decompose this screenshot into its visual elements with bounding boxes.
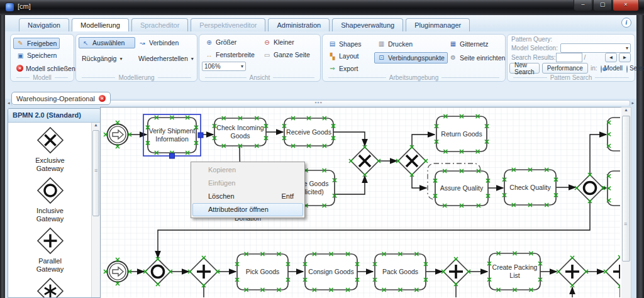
task-check-incoming[interactable]: Check IncomingGoods <box>214 118 266 146</box>
task-verify-shipment[interactable]: Verify ShipmentInformation <box>148 118 196 153</box>
o-gateway-icon <box>36 177 64 204</box>
info-icon[interactable]: i <box>621 18 631 28</box>
svg-text:Pack Goods: Pack Goods <box>382 268 418 275</box>
rueckgaengig-button[interactable]: Rückgängig▾ <box>79 53 135 64</box>
radio-modell[interactable] <box>601 65 602 73</box>
tab-shapeverwaltung[interactable]: Shapeverwaltung <box>332 18 403 31</box>
menu-item-attributeditor-oeffnen[interactable]: Attributeditor öffnen <box>192 203 303 216</box>
next-result-button[interactable]: ► <box>619 53 631 62</box>
group-label-ansicht: Ansicht <box>202 74 318 81</box>
radio-selection[interactable] <box>626 65 628 73</box>
gitternetz-button[interactable]: ▦Gitternetz <box>446 38 492 50</box>
palette-header: BPMN 2.0 (Standard) <box>8 109 100 123</box>
palette-scrollbar[interactable]: ▲ <box>91 123 100 297</box>
radio-modell-label: Modell <box>604 65 622 72</box>
canvas-vertical-scrollbar[interactable]: ▲ <box>621 107 631 298</box>
palette-item-label: Inclusive Gateway <box>8 207 92 223</box>
slash-label: / <box>584 54 586 61</box>
task-pick-goods[interactable]: Pick Goods <box>237 254 288 290</box>
layout-icon: ▚ <box>328 53 336 60</box>
ganze-seite-button[interactable]: ▭Ganze Seite <box>260 49 318 60</box>
menu-item-einfuegen[interactable]: Einfügen <box>192 177 303 190</box>
menu-item-loeschen[interactable]: LöschenEntf <box>192 190 303 203</box>
selection-handle[interactable] <box>198 133 203 138</box>
performance-button[interactable]: Performance <box>542 63 588 74</box>
start-event-top[interactable] <box>108 124 128 145</box>
freigeben-button[interactable]: ✎Freigeben <box>13 38 60 49</box>
palette-item-x[interactable]: Exclusive Gateway <box>8 123 92 173</box>
tab-pluginmanager[interactable]: Pluginmanager <box>406 18 470 31</box>
maximize-button[interactable]: ▢ <box>593 0 612 11</box>
tab-modellierung[interactable]: Modellierung <box>72 18 129 32</box>
task-consign-goods[interactable]: Consign Goods <box>305 254 357 290</box>
prev-result-button[interactable]: ◄ <box>605 53 617 62</box>
task-pack-goods[interactable]: Pack Goods <box>375 254 426 290</box>
tab-navigation[interactable]: Navigation <box>19 18 69 31</box>
ribbon-tab-strip: Navigation Modellierung Spracheditor Per… <box>5 15 636 32</box>
scroll-up-icon[interactable]: ▲ <box>621 108 631 114</box>
tab-administration[interactable]: Administration <box>268 18 330 31</box>
title-bar[interactable]: [cm] – ▢ × <box>0 0 644 15</box>
svg-text:Return Goods: Return Goods <box>441 130 482 138</box>
zoom-out-icon: ⊖ <box>263 39 271 46</box>
menu-shortcut: Entf <box>281 190 294 202</box>
shapes-button[interactable]: ▤Shapes <box>325 38 365 50</box>
group-label-modellierung: Modellierung <box>79 74 194 81</box>
selection-handle[interactable] <box>170 153 175 158</box>
close-model-icon: × <box>16 65 23 72</box>
task-assure-quality[interactable]: Assure Quality <box>435 171 488 206</box>
fensterbreite-button[interactable]: ↔Fensterbreite <box>202 49 260 60</box>
auswaehlen-button[interactable]: ↖Auswählen <box>79 37 135 48</box>
shape-palette: BPMN 2.0 (Standard) Exclusive GatewayInc… <box>8 108 101 298</box>
start-event-bottom[interactable] <box>108 262 128 282</box>
grid-icon: ▦ <box>449 40 457 47</box>
model-selection-combo[interactable]: ▾ <box>560 43 631 53</box>
pattern-query-label: Pattern Query: <box>511 36 552 43</box>
bpmn-canvas[interactable]: Verify ShipmentInformationCheck Incoming… <box>100 107 622 298</box>
drucken-button[interactable]: ▥Drucken <box>374 38 416 50</box>
palette-item-o[interactable]: Inclusive Gateway <box>8 173 92 223</box>
groesser-button[interactable]: ⊕Größer <box>202 36 260 48</box>
tab-spracheditor[interactable]: Spracheditor <box>131 18 188 31</box>
ribbon: ✎Freigeben ▣Speichern ×Modell schließen … <box>5 31 636 99</box>
scroll-up-icon[interactable]: ▲ <box>92 123 100 129</box>
document-tab-row: Warehousing-Operational × <box>5 91 636 106</box>
group-modell: ✎Freigeben ▣Speichern ×Modell schließen … <box>10 34 74 82</box>
document-close-icon[interactable]: × <box>99 95 106 102</box>
verbindungspunkte-button[interactable]: ⊡Verbindungspunkte <box>374 52 448 63</box>
radio-selection-label: Selection <box>630 65 644 72</box>
connector-icon: ↝ <box>138 40 147 47</box>
printer-icon: ▥ <box>377 40 386 47</box>
minimize-button[interactable]: – <box>574 0 592 11</box>
canvas-scroll-thumb[interactable] <box>622 116 630 262</box>
svg-text:Assure Quality: Assure Quality <box>440 184 484 192</box>
app-icon <box>6 3 14 11</box>
task-receive-goods[interactable]: Receive Goods <box>284 118 333 146</box>
layout-button[interactable]: ▚Layout <box>325 50 362 62</box>
wiederherstellen-button[interactable]: Wiederherstellen▾ <box>135 53 196 64</box>
search-results-input[interactable] <box>556 53 582 62</box>
task-return-goods[interactable]: Return Goods <box>436 116 487 152</box>
palette-item-label: Parallel Gateway <box>8 257 92 273</box>
tab-perspektiveneditor[interactable]: Perspektiveneditor <box>191 18 265 31</box>
kleiner-button[interactable]: ⊖Kleiner <box>260 36 318 48</box>
seite-einrichten-button[interactable]: ⚙Seite einrichten <box>446 52 508 63</box>
modell-schliessen-button[interactable]: ×Modell schließen <box>13 63 79 74</box>
speichern-button[interactable]: ▣Speichern <box>13 50 60 61</box>
menu-item-kopieren[interactable]: Kopieren <box>192 163 303 177</box>
palette-item-plus[interactable]: Parallel Gateway <box>8 223 92 273</box>
verbinden-button[interactable]: ↝Verbinden <box>135 37 196 48</box>
palette-item-star[interactable]: Complex Gateway <box>8 273 92 298</box>
task-create-packing-list[interactable]: Create PackingList <box>489 253 540 290</box>
export-button[interactable]: ⇒Export <box>325 63 361 74</box>
zoom-level-combo[interactable]: 106%▾ <box>202 62 246 71</box>
cursor-icon: ↖ <box>82 40 90 47</box>
star-gateway-icon <box>36 277 64 298</box>
new-search-button[interactable]: New Search <box>509 63 540 74</box>
close-button[interactable]: × <box>613 0 639 11</box>
document-tab[interactable]: Warehousing-Operational × <box>11 92 111 105</box>
pencil-icon: ✎ <box>16 40 25 47</box>
palette-scroll-thumb[interactable] <box>92 130 99 216</box>
task-check-quality[interactable]: Check Quality <box>504 170 556 205</box>
connection-points-icon: ⊡ <box>377 54 386 61</box>
